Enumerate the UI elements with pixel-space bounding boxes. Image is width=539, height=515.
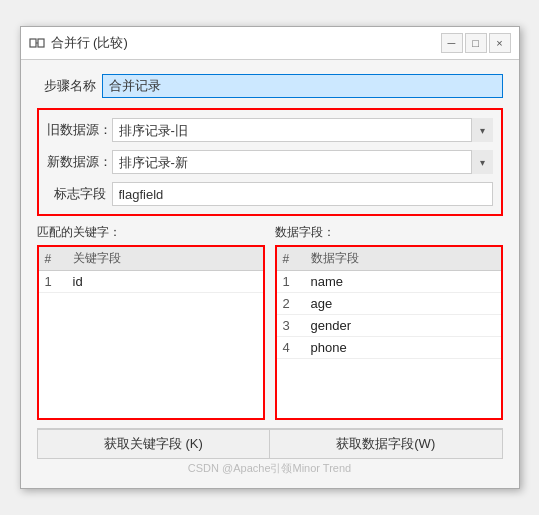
main-window: 合并行 (比较) ─ □ × 步骤名称 旧数据源： 排序记录-旧 ▾: [20, 26, 520, 489]
new-source-row: 新数据源： 排序记录-新 ▾: [47, 150, 493, 174]
table-row: 1name: [277, 271, 501, 293]
title-controls: ─ □ ×: [441, 33, 511, 53]
flag-field-input[interactable]: [112, 182, 493, 206]
new-source-select[interactable]: 排序记录-新: [112, 150, 493, 174]
old-source-select-wrapper: 排序记录-旧 ▾: [112, 118, 493, 142]
key-fields-col-name: 关键字段: [67, 247, 263, 271]
new-source-label: 新数据源：: [47, 153, 112, 171]
step-name-label: 步骤名称: [37, 77, 102, 95]
window-title: 合并行 (比较): [51, 34, 128, 52]
get-key-button[interactable]: 获取关键字段 (K): [37, 429, 271, 459]
row-field: name: [305, 271, 501, 293]
table-row: 3gender: [277, 315, 501, 337]
minimize-button[interactable]: ─: [441, 33, 463, 53]
data-fields-label: 数据字段：: [275, 224, 503, 241]
old-source-select[interactable]: 排序记录-旧: [112, 118, 493, 142]
new-source-select-wrapper: 排序记录-新 ▾: [112, 150, 493, 174]
data-fields-col: 数据字段： # 数据字段 1name2age3gender4phone: [275, 224, 503, 420]
row-num: 4: [277, 337, 305, 359]
data-fields-table: # 数据字段 1name2age3gender4phone: [277, 247, 501, 359]
flag-field-row: 标志字段: [47, 182, 493, 206]
table-row: 2age: [277, 293, 501, 315]
svg-rect-0: [30, 39, 36, 47]
key-fields-header: # 关键字段: [39, 247, 263, 271]
old-source-label: 旧数据源：: [47, 121, 112, 139]
window-icon: [29, 35, 45, 51]
row-num: 3: [277, 315, 305, 337]
svg-rect-1: [38, 39, 44, 47]
key-fields-table: # 关键字段 1id: [39, 247, 263, 293]
title-bar: 合并行 (比较) ─ □ ×: [21, 27, 519, 60]
row-num: 2: [277, 293, 305, 315]
maximize-button[interactable]: □: [465, 33, 487, 53]
footer-buttons: 获取关键字段 (K) 获取数据字段(W): [37, 428, 503, 459]
row-num: 1: [39, 271, 67, 293]
table-row: 1id: [39, 271, 263, 293]
key-fields-col: 匹配的关键字： # 关键字段 1id: [37, 224, 265, 420]
title-bar-left: 合并行 (比较): [29, 34, 128, 52]
step-name-row: 步骤名称: [37, 74, 503, 98]
table-row: 4phone: [277, 337, 501, 359]
row-field: gender: [305, 315, 501, 337]
key-fields-table-wrapper: # 关键字段 1id: [37, 245, 265, 420]
row-field: age: [305, 293, 501, 315]
data-fields-col-num: #: [277, 247, 305, 271]
data-fields-col-name: 数据字段: [305, 247, 501, 271]
step-name-input[interactable]: [102, 74, 503, 98]
row-num: 1: [277, 271, 305, 293]
row-field: phone: [305, 337, 501, 359]
flag-field-label: 标志字段: [47, 185, 112, 203]
get-data-button[interactable]: 获取数据字段(W): [270, 429, 503, 459]
data-fields-header: # 数据字段: [277, 247, 501, 271]
row-field: id: [67, 271, 263, 293]
content-area: 步骤名称 旧数据源： 排序记录-旧 ▾ 新数据源： 排序记录-新: [21, 60, 519, 488]
old-source-row: 旧数据源： 排序记录-旧 ▾: [47, 118, 493, 142]
data-fields-table-wrapper: # 数据字段 1name2age3gender4phone: [275, 245, 503, 420]
close-button[interactable]: ×: [489, 33, 511, 53]
key-fields-label: 匹配的关键字：: [37, 224, 265, 241]
tables-section: 匹配的关键字： # 关键字段 1id: [37, 224, 503, 420]
key-fields-col-num: #: [39, 247, 67, 271]
watermark: CSDN @Apache引领Minor Trend: [37, 459, 503, 478]
